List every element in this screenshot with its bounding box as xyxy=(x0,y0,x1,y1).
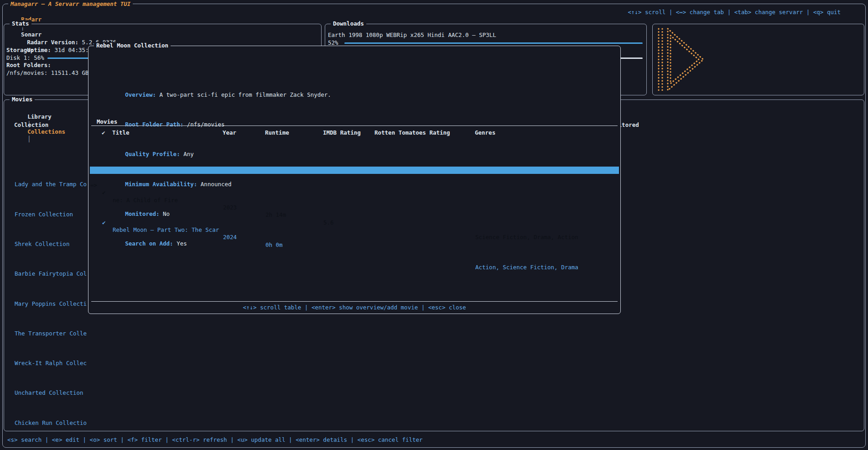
downloads-panel-title: Downloads xyxy=(331,20,366,27)
collection-row[interactable]: Uncharted Collection xyxy=(5,367,863,375)
download-progress-gauge xyxy=(344,42,643,44)
detail-field-label: Overview: xyxy=(125,91,156,98)
popup-movie-row[interactable]: ✔ Rebel Moon – Part Two: The Scar 2024 0… xyxy=(89,197,620,204)
root-folder-value: /nfs/movies: 11511.43 GB xyxy=(6,69,89,77)
detail-field: Root Folder Path: /nfs/movies xyxy=(91,114,618,121)
bottom-keybind-hints: <s> search | <e> edit | <o> sort | <f> f… xyxy=(7,436,423,444)
collections-column-header: Collection xyxy=(14,121,48,129)
top-keybind-hints: <↑↓> scroll | <↔> change tab | <tab> cha… xyxy=(628,9,841,16)
movie-runtime: 0h 0m xyxy=(265,241,283,249)
collection-row[interactable]: Wreck-It Ralph Collec xyxy=(5,337,863,345)
movies-header-rt-rating: Rotten Tomatoes Rating xyxy=(374,129,450,136)
detail-field-label: Search on Add: xyxy=(125,240,173,247)
collection-name: The Transporter Colle xyxy=(15,330,87,337)
stats-panel-title: Stats xyxy=(10,20,31,27)
detail-field: Overview: A two-part sci-fi epic from fi… xyxy=(91,84,618,91)
modal-title: Rebel Moon Collection xyxy=(94,42,171,49)
detail-field-label: Root Folder Path: xyxy=(125,121,183,128)
collection-name: Shrek Collection xyxy=(15,241,69,248)
collection-name: Barbie Fairytopia Col xyxy=(15,270,87,277)
detail-field-value: /nfs/movies xyxy=(187,121,225,128)
managarr-tui-screen: Managarr – A Servarr management TUI Rada… xyxy=(0,0,868,450)
movies-header-check: ✔ xyxy=(102,129,105,136)
collection-row[interactable]: Chicken Run Collectio xyxy=(5,397,863,404)
logo-panel xyxy=(652,24,864,95)
movie-year: 2023 xyxy=(223,204,237,211)
collection-name: Mary Poppins Collecti xyxy=(15,300,87,308)
movies-header-genres: Genres xyxy=(475,129,495,136)
selected-row-highlight xyxy=(90,167,619,173)
modal-movies-table-body: => ✔ ne: A Child of Fire 2023 2h 14m 5.6… xyxy=(89,137,620,219)
movie-genres: Action, Science Fiction, Drama xyxy=(475,264,578,271)
modal-keybind-hints: <↑↓> scroll table | <enter> show overvie… xyxy=(88,304,620,311)
movies-header-title: Title xyxy=(112,129,130,136)
app-title: Managarr – A Servarr management TUI xyxy=(8,0,133,8)
movie-genres: Science Fiction, Drama, Action xyxy=(475,234,578,241)
detail-field-value: A two-part sci-fi epic from filmmaker Za… xyxy=(160,91,331,98)
collection-name: Wreck-It Ralph Collec xyxy=(15,360,87,367)
download-item-name: Earth 1998 1080p WEBRip x265 Hindi AAC2.… xyxy=(328,31,496,39)
modal-footer-divider xyxy=(91,301,618,302)
detail-field-value: Yes xyxy=(177,240,187,247)
collection-name: Lady and the Tramp Co xyxy=(15,181,87,188)
movies-header-imdb-rating: IMDB Rating xyxy=(323,129,361,136)
managarr-logo-icon xyxy=(655,26,707,93)
root-folders-label: Root Folders: xyxy=(6,62,51,69)
collection-name: Chicken Run Collectio xyxy=(15,419,87,427)
movie-year: 2024 xyxy=(223,234,237,241)
collection-name: Frozen Collection xyxy=(15,211,73,218)
tab-library[interactable]: Library xyxy=(27,113,52,120)
movie-check-icon: ✔ xyxy=(102,189,106,196)
storage-label: Storage: xyxy=(6,47,34,54)
collection-name: Uncharted Collection xyxy=(15,389,83,397)
movie-imdb-rating: 5.6 xyxy=(323,219,334,226)
movies-header-year: Year xyxy=(223,129,236,136)
movie-title: Rebel Moon – Part Two: The Scar xyxy=(113,226,219,234)
selection-arrow: => xyxy=(90,182,97,189)
movie-runtime: 2h 14m xyxy=(265,211,286,219)
movies-header-runtime: Runtime xyxy=(265,129,289,136)
disk-usage-label: Disk 1: 56% xyxy=(6,54,44,62)
modal-movies-section-title: Movies xyxy=(94,118,120,126)
movies-panel-title: Movies xyxy=(10,96,35,103)
collection-details-modal: Rebel Moon Collection Overview: A two-pa… xyxy=(88,46,621,314)
movies-section-divider xyxy=(91,126,618,126)
collection-row[interactable]: National Lampoon's Va xyxy=(5,427,863,434)
popup-movie-row[interactable]: => ✔ ne: A Child of Fire 2023 2h 14m 5.6… xyxy=(89,167,620,174)
movie-check-icon: ✔ xyxy=(102,219,106,226)
